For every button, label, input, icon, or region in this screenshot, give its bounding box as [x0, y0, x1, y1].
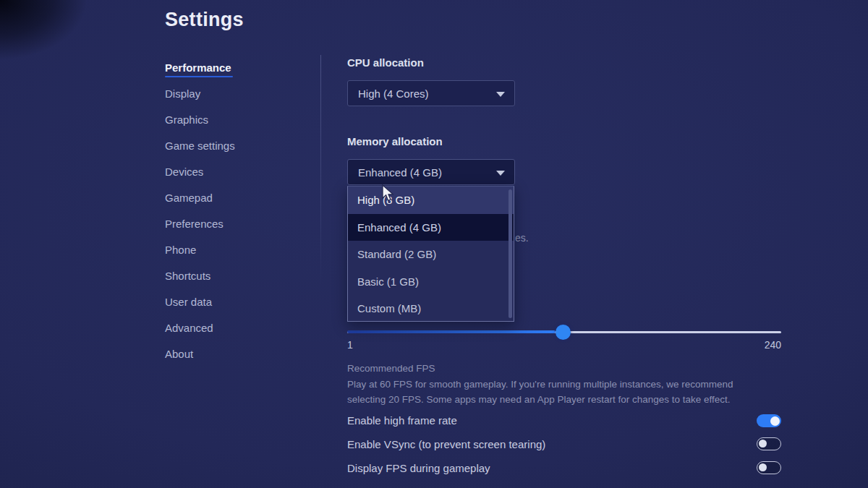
sidebar-divider [320, 55, 321, 285]
recommended-fps-line1: Play at 60 FPS for smooth gameplay. If y… [347, 379, 733, 390]
obscured-text-fragment: es. [515, 232, 529, 244]
fps-slider-fill [347, 330, 556, 333]
display-fps-label: Display FPS during gameplay [347, 462, 490, 474]
sidebar-item-shortcuts[interactable]: Shortcuts [165, 270, 288, 296]
dropdown-option-basic[interactable]: Basic (1 GB) [348, 268, 514, 296]
fps-slider-handle[interactable] [556, 325, 571, 340]
sidebar-item-phone[interactable]: Phone [165, 244, 288, 270]
cpu-allocation-label: CPU allocation [347, 56, 424, 69]
vignette-shade [0, 0, 159, 116]
fps-slider-max-label: 240 [738, 339, 781, 351]
dropdown-option-custom[interactable]: Custom (MB) [348, 295, 514, 322]
dropdown-option-high[interactable]: High (8 GB) [348, 187, 514, 214]
recommended-fps-line2: selecting 20 FPS. Some apps may need an … [347, 394, 731, 405]
toggle-knob [759, 463, 767, 471]
memory-allocation-value: Enhanced (4 GB) [358, 166, 442, 179]
enable-high-frame-rate-toggle[interactable] [757, 414, 781, 427]
sidebar-item-devices[interactable]: Devices [165, 166, 288, 192]
dropdown-option-enhanced[interactable]: Enhanced (4 GB) [348, 214, 514, 241]
dropdown-scrollbar[interactable] [509, 189, 512, 318]
sidebar-item-about[interactable]: About [165, 348, 288, 374]
enable-vsync-toggle[interactable] [757, 437, 781, 450]
dropdown-option-standard[interactable]: Standard (2 GB) [348, 241, 514, 268]
sidebar-item-game-settings[interactable]: Game settings [165, 140, 288, 166]
fps-slider-min-label: 1 [347, 339, 353, 351]
sidebar-item-performance[interactable]: Performance [165, 61, 288, 87]
cpu-allocation-select[interactable]: High (4 Cores) [347, 80, 515, 106]
sidebar-item-gamepad[interactable]: Gamepad [165, 192, 288, 218]
sidebar-item-user-data[interactable]: User data [165, 296, 288, 322]
enable-high-frame-rate-label: Enable high frame rate [347, 414, 457, 427]
recommended-fps-title: Recommended FPS [347, 363, 435, 374]
sidebar-item-display[interactable]: Display [165, 87, 288, 114]
enable-vsync-label: Enable VSync (to prevent screen tearing) [347, 438, 545, 450]
chevron-down-icon [496, 92, 505, 97]
sidebar-item-graphics[interactable]: Graphics [165, 114, 288, 140]
sidebar-item-preferences[interactable]: Preferences [165, 218, 288, 244]
display-fps-toggle[interactable] [757, 461, 781, 474]
settings-sidebar: Performance Display Graphics Game settin… [165, 61, 288, 374]
memory-allocation-label: Memory allocation [347, 135, 443, 147]
cpu-allocation-value: High (4 Cores) [358, 87, 429, 100]
sidebar-item-advanced[interactable]: Advanced [165, 322, 288, 348]
page-title: Settings [165, 9, 244, 31]
memory-allocation-dropdown: High (8 GB) Enhanced (4 GB) Standard (2 … [347, 186, 514, 322]
memory-allocation-select[interactable]: Enhanced (4 GB) [347, 159, 515, 185]
toggle-knob [759, 440, 767, 448]
chevron-down-icon [496, 171, 505, 176]
toggle-knob [770, 416, 780, 426]
